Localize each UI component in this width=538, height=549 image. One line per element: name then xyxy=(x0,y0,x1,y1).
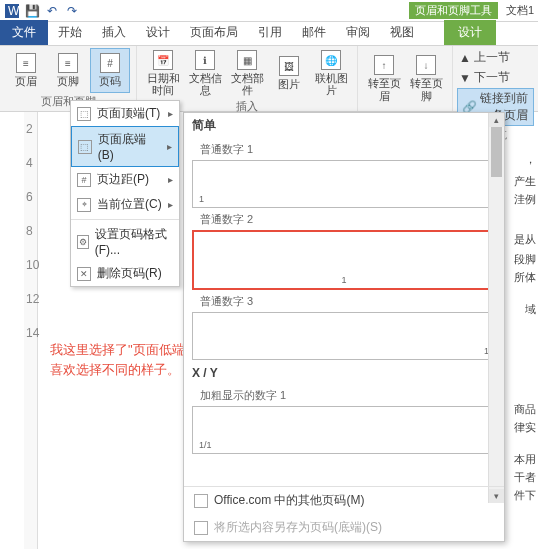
tab-insert[interactable]: 插入 xyxy=(92,20,136,45)
doc-text: 是从 xyxy=(514,230,536,250)
tab-file[interactable]: 文件 xyxy=(0,20,48,45)
dd-format[interactable]: ⚙设置页码格式(F)... xyxy=(71,222,179,261)
page-number-gallery: 简单 普通数字 1 1 普通数字 2 1 普通数字 3 1 X / Y 加粗显示… xyxy=(183,112,505,542)
contextual-tab-title: 页眉和页脚工具 xyxy=(409,2,498,19)
page-number-button[interactable]: #页码 xyxy=(90,48,130,93)
picture-button[interactable]: 🖼图片 xyxy=(269,48,309,98)
ribbon-tabs: 文件 开始 插入 设计 页面布局 引用 邮件 审阅 视图 设计 xyxy=(0,22,538,46)
tab-home[interactable]: 开始 xyxy=(48,20,92,45)
tab-design[interactable]: 设计 xyxy=(136,20,180,45)
header-button[interactable]: ≡页眉 xyxy=(6,48,46,93)
doc-text: 律实 xyxy=(514,418,536,438)
page-number-dropdown: ⬚页面顶端(T)▸ ⬚页面底端(B)▸ #页边距(P)▸ ⌖当前位置(C)▸ ⚙… xyxy=(70,100,180,287)
word-icon: W xyxy=(4,3,20,19)
doc-text: 所体 xyxy=(514,268,536,288)
tab-review[interactable]: 审阅 xyxy=(336,20,380,45)
office-icon xyxy=(194,494,208,508)
docinfo-button[interactable]: ℹ文档信息 xyxy=(185,48,225,98)
gallery-item-plain3[interactable]: 普通数字 3 1 xyxy=(192,292,496,360)
goto-header-button[interactable]: ↑转至页眉 xyxy=(364,48,404,109)
goto-footer-button[interactable]: ↓转至页脚 xyxy=(406,48,446,109)
doc-text: 商品 xyxy=(514,400,536,420)
next-section-button[interactable]: ▼下一节 xyxy=(457,68,534,87)
doc-text: ， xyxy=(525,150,536,170)
datetime-button[interactable]: 📅日期和时间 xyxy=(143,48,183,98)
vertical-ruler: 2468101214 xyxy=(24,112,38,549)
redo-icon[interactable]: ↷ xyxy=(64,3,80,19)
doc-text: 件下 xyxy=(514,486,536,506)
tab-layout[interactable]: 页面布局 xyxy=(180,20,248,45)
doc-text: 干者 xyxy=(514,468,536,488)
doc-text: 段脚 xyxy=(514,250,536,270)
save-icon xyxy=(194,521,208,535)
scroll-up-icon[interactable]: ▴ xyxy=(489,113,504,127)
undo-icon[interactable]: ↶ xyxy=(44,3,60,19)
up-arrow-icon: ▲ xyxy=(459,51,471,65)
doc-text: 域 xyxy=(525,300,536,320)
gallery-save-selection: 将所选内容另存为页码(底端)(S) xyxy=(184,514,504,541)
gallery-scrollbar[interactable]: ▴ ▾ xyxy=(488,113,504,503)
document-title: 文档1 xyxy=(506,3,534,18)
dd-current-position[interactable]: ⌖当前位置(C)▸ xyxy=(71,192,179,217)
tab-mail[interactable]: 邮件 xyxy=(292,20,336,45)
doc-text: 洼例 xyxy=(514,190,536,210)
scroll-thumb[interactable] xyxy=(491,127,502,177)
docparts-button[interactable]: ▦文档部件 xyxy=(227,48,267,98)
svg-text:W: W xyxy=(8,4,19,18)
doc-text: 本用 xyxy=(514,450,536,470)
gallery-section-simple: 简单 xyxy=(184,113,504,138)
down-arrow-icon: ▼ xyxy=(459,71,471,85)
tab-view[interactable]: 视图 xyxy=(380,20,424,45)
tab-header-footer-design[interactable]: 设计 xyxy=(444,20,496,45)
dd-page-top[interactable]: ⬚页面顶端(T)▸ xyxy=(71,101,179,126)
tab-references[interactable]: 引用 xyxy=(248,20,292,45)
gallery-office-more[interactable]: Office.com 中的其他页码(M) xyxy=(184,487,504,514)
dd-remove[interactable]: ✕删除页码(R) xyxy=(71,261,179,286)
gallery-item-bold1[interactable]: 加粗显示的数字 1 1/1 xyxy=(192,386,496,454)
dd-page-margin[interactable]: #页边距(P)▸ xyxy=(71,167,179,192)
online-picture-button[interactable]: 🌐联机图片 xyxy=(311,48,351,98)
save-icon[interactable]: 💾 xyxy=(24,3,40,19)
doc-text: 产生 xyxy=(514,172,536,192)
gallery-item-plain1[interactable]: 普通数字 1 1 xyxy=(192,140,496,208)
gallery-item-plain2[interactable]: 普通数字 2 1 xyxy=(192,210,496,290)
prev-section-button[interactable]: ▲上一节 xyxy=(457,48,534,67)
dd-page-bottom[interactable]: ⬚页面底端(B)▸ xyxy=(71,126,179,167)
gallery-section-xy: X / Y xyxy=(184,362,504,384)
footer-button[interactable]: ≡页脚 xyxy=(48,48,88,93)
